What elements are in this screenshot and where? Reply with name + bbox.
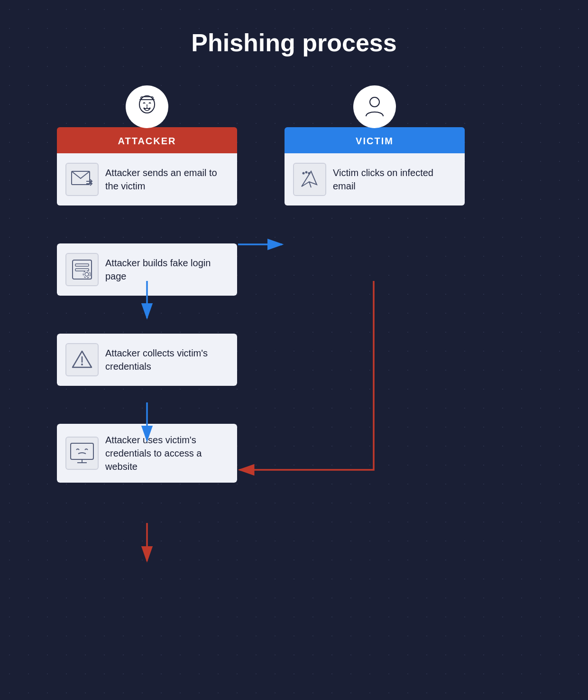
fake-login-icon-box [65,253,99,286]
gear-page-icon [71,258,93,281]
access-website-step: Attacker uses victim's credentials to ac… [57,424,237,483]
victim-block: VICTIM [285,85,465,205]
victim-email-icon-box [293,163,326,196]
attacker-send-email-step: Attacker sends an email to the victim [57,153,237,205]
svg-point-14 [305,171,308,174]
diagram: ATTACKER [57,85,531,483]
row-4: Attacker uses victim's credentials to ac… [57,424,531,483]
attacker-block: ATTACKER [57,85,237,205]
collect-creds-text: Attacker collects victim's credentials [105,346,229,373]
attacker-header: ATTACKER [57,127,237,153]
svg-point-23 [81,364,83,365]
svg-point-11 [370,97,379,107]
collect-creds-icon-box [65,343,99,376]
email-send-icon [71,171,93,188]
row-3: Attacker collects victim's credentials [57,334,531,386]
victim-person-icon [362,94,387,119]
victim-header: VICTIM [285,127,465,153]
fake-login-text: Attacker builds fake login page [105,256,229,283]
row-2: Attacker builds fake login page [57,243,531,296]
fake-login-step: Attacker builds fake login page [57,243,237,296]
svg-point-13 [303,172,305,175]
collect-creds-step: Attacker collects victim's credentials [57,334,237,386]
access-website-icon-box [65,437,99,470]
attacker-mask-icon [134,94,160,120]
row-1: ATTACKER [57,85,531,205]
attacker-send-email-text: Attacker sends an email to the victim [105,166,229,193]
infected-email-icon [299,168,321,190]
page-title: Phishing process [191,28,396,57]
svg-rect-24 [71,443,93,459]
page-container: Phishing process [57,28,531,483]
warning-icon [71,348,93,371]
access-website-text: Attacker uses victim's credentials to ac… [105,433,229,473]
victim-avatar [353,85,396,128]
svg-point-15 [308,172,311,175]
victim-click-email-text: Victim clicks on infected email [333,166,456,193]
svg-rect-17 [75,264,89,266]
victim-card: VICTIM [285,127,465,205]
evil-monitor-icon [70,442,94,464]
victim-click-email-step: Victim clicks on infected email [285,153,465,205]
attacker-email-icon-box [65,163,99,196]
attacker-card: ATTACKER [57,127,237,205]
attacker-avatar [126,85,168,128]
